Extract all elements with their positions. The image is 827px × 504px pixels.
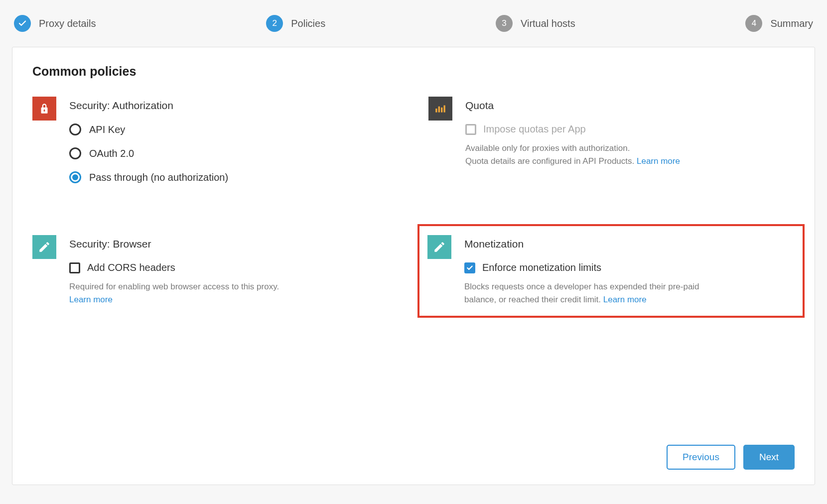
step-proxy-details[interactable]: Proxy details: [14, 15, 96, 32]
policy-description: Required for enabling web browser access…: [69, 280, 328, 306]
checkbox-icon: [464, 262, 475, 273]
step-number-icon: 2: [266, 15, 283, 32]
radio-label: API Key: [89, 124, 125, 135]
checkbox-impose-quotas: Impose quotas per App: [465, 124, 795, 135]
radio-label: Pass through (no authorization): [89, 172, 228, 183]
learn-more-link[interactable]: Learn more: [603, 295, 647, 304]
svg-rect-1: [438, 107, 440, 113]
radio-icon: [69, 171, 81, 183]
pencil-icon: [427, 235, 451, 259]
learn-more-link[interactable]: Learn more: [637, 156, 680, 166]
radio-pass-through[interactable]: Pass through (no authorization): [69, 171, 399, 183]
svg-rect-3: [444, 106, 445, 113]
step-label: Summary: [770, 18, 813, 29]
step-number-icon: 3: [496, 15, 513, 32]
checkbox-icon: [465, 124, 476, 135]
wizard-stepper: Proxy details 2 Policies 3 Virtual hosts…: [12, 10, 815, 47]
step-check-icon: [14, 15, 31, 32]
bars-icon: [428, 97, 452, 121]
policy-browser: Security: Browser Add CORS headers Requi…: [32, 235, 399, 306]
step-label: Proxy details: [39, 18, 96, 29]
svg-rect-0: [435, 109, 437, 113]
checkbox-label: Enforce monetization limits: [482, 262, 601, 273]
checkbox-label: Add CORS headers: [87, 262, 175, 273]
policy-description: Available only for proxies with authoriz…: [465, 142, 724, 167]
learn-more-link[interactable]: Learn more: [69, 295, 113, 304]
radio-icon: [69, 147, 81, 159]
lock-icon: [32, 97, 56, 121]
policy-monetization: Monetization Enforce monetization limits…: [427, 235, 795, 306]
radio-label: OAuth 2.0: [89, 148, 134, 159]
radio-api-key[interactable]: API Key: [69, 124, 399, 135]
svg-rect-2: [441, 108, 442, 113]
checkbox-label: Impose quotas per App: [483, 124, 586, 135]
checkbox-enforce-monetization[interactable]: Enforce monetization limits: [464, 262, 795, 273]
policy-heading: Quota: [465, 100, 795, 112]
policy-heading: Security: Authorization: [69, 100, 399, 112]
policy-heading: Security: Browser: [69, 238, 399, 250]
policies-panel: Common policies Security: Authorization …: [12, 47, 815, 485]
pencil-icon: [32, 235, 56, 259]
wizard-footer: Previous Next: [32, 430, 795, 470]
panel-title: Common policies: [32, 64, 795, 79]
step-label: Virtual hosts: [521, 18, 575, 29]
policy-authorization: Security: Authorization API Key OAuth 2.…: [32, 97, 399, 195]
radio-oauth[interactable]: OAuth 2.0: [69, 147, 399, 159]
step-summary[interactable]: 4 Summary: [745, 15, 813, 32]
step-policies[interactable]: 2 Policies: [266, 15, 325, 32]
step-label: Policies: [291, 18, 325, 29]
policy-heading: Monetization: [464, 238, 795, 250]
monetization-highlight: Monetization Enforce monetization limits…: [428, 235, 795, 306]
policy-quota: Quota Impose quotas per App Available on…: [428, 97, 795, 195]
step-virtual-hosts[interactable]: 3 Virtual hosts: [496, 15, 575, 32]
radio-icon: [69, 124, 81, 135]
previous-button[interactable]: Previous: [667, 445, 735, 470]
next-button[interactable]: Next: [743, 445, 795, 470]
step-number-icon: 4: [745, 15, 762, 32]
checkbox-cors-headers[interactable]: Add CORS headers: [69, 262, 399, 273]
policy-description: Blocks requests once a developer has exp…: [464, 280, 723, 306]
policies-grid: Security: Authorization API Key OAuth 2.…: [32, 97, 795, 306]
checkbox-icon: [69, 262, 80, 273]
